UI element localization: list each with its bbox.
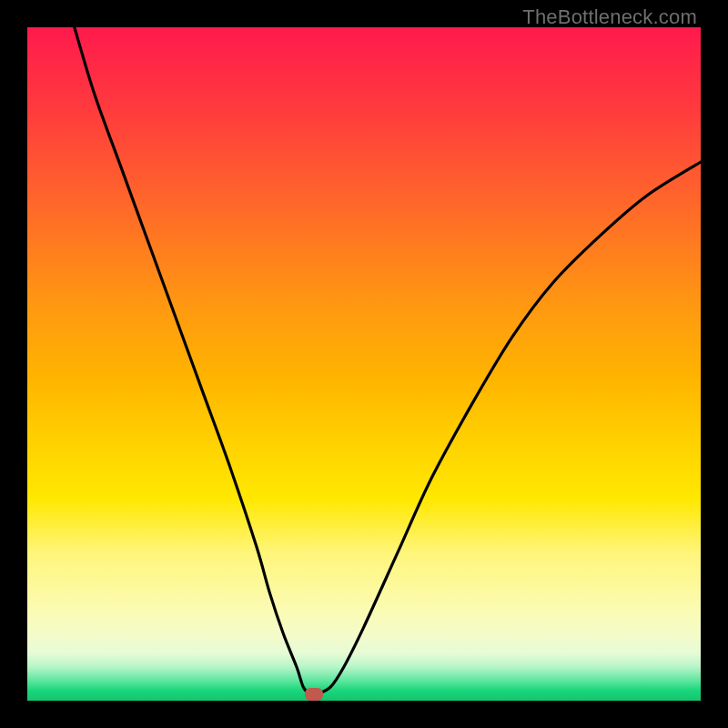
plot-area bbox=[27, 27, 701, 701]
minimum-marker bbox=[305, 688, 323, 701]
watermark-text: TheBottleneck.com bbox=[522, 5, 697, 29]
chart-frame: TheBottleneck.com bbox=[0, 0, 728, 728]
curve-svg bbox=[27, 27, 701, 701]
bottleneck-curve bbox=[75, 27, 701, 695]
